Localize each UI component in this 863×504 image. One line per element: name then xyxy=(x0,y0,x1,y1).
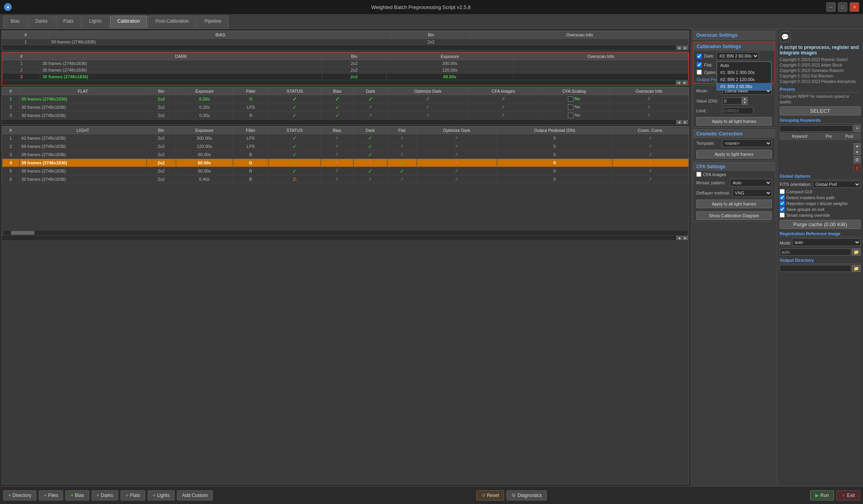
table-row[interactable]: 3 30 frames (2748x1836) 2x2 60.00s xyxy=(3,74,688,80)
bias-button[interactable]: + Bias xyxy=(65,490,89,500)
flat-cfa-img: ✗ xyxy=(468,95,539,103)
tab-flats[interactable]: Flats xyxy=(56,16,81,29)
table-row[interactable]: 2 30 frames (2748x1836) 2x2 120.00s xyxy=(3,67,688,74)
limit-label: Limit: xyxy=(696,108,720,113)
dropdown-option-auto[interactable]: Auto xyxy=(717,62,771,69)
detect-masters-label: Detect masters from path xyxy=(786,195,835,200)
reg-ref-browse-btn[interactable]: 📁 xyxy=(852,248,861,256)
reg-mode-select[interactable]: auto xyxy=(792,238,861,246)
reg-ref-input[interactable] xyxy=(780,248,851,256)
output-dir-input[interactable] xyxy=(780,265,851,272)
output-pedestal-label[interactable]: Output Pe... xyxy=(697,77,720,82)
keyword-input-row: + xyxy=(780,125,861,132)
table-row[interactable]: 1 30 frames (2748x1836) 2x2 300.00s xyxy=(3,60,688,67)
apply-all-light-frames-btn[interactable]: Apply to all light frames xyxy=(696,117,772,126)
fits-select[interactable]: Global Pref xyxy=(813,181,861,188)
darks-button[interactable]: + Darks xyxy=(92,490,118,500)
rejection-maps-checkbox[interactable] xyxy=(780,201,785,206)
detect-masters-checkbox[interactable] xyxy=(780,195,785,200)
compact-gui-checkbox[interactable] xyxy=(780,189,785,194)
table-row[interactable]: 1 90 frames (2748x1836) 2x2 xyxy=(2,39,689,45)
value-spin-down[interactable]: ▼ xyxy=(742,101,748,105)
table-row[interactable]: 2 30 frames (2748x1836) 2x2 0.20s LPS ✓ … xyxy=(2,103,689,112)
table-row[interactable]: 4 39 frames (2748x1836) 2x2 60.00s G ✓ ✗… xyxy=(2,159,689,167)
dropdown-option-1[interactable]: #1: BIN 2 300.00s xyxy=(717,69,771,76)
tab-post-calibration[interactable]: Post-Calibration xyxy=(148,16,196,29)
dropdown-option-2[interactable]: #2: BIN 2 120.00s xyxy=(717,76,771,83)
table-row[interactable]: 3 30 frames (2748x1836) 2x2 0.30s R ✓ ✓ … xyxy=(2,112,689,120)
tab-bias[interactable]: Bias xyxy=(3,16,27,29)
table-row[interactable]: 5 38 frames (2748x1836) 2x2 60.00s R ✓ ✗… xyxy=(2,167,689,175)
purge-cache-btn[interactable]: Purge cache (0.00 KiB) xyxy=(780,220,861,229)
kw-up-btn[interactable]: ▲ xyxy=(854,143,861,149)
close-button[interactable]: ✕ xyxy=(850,2,859,12)
kw-trash-btn[interactable]: 🗑 xyxy=(854,164,861,171)
show-cal-diagram-btn[interactable]: Show Calibration Diagram xyxy=(696,211,772,220)
maximize-button[interactable]: □ xyxy=(838,2,847,12)
bias-col-name: BIAS xyxy=(49,31,392,39)
kw-gear-btn[interactable]: ⚙ xyxy=(854,156,861,163)
flats-scroll-right[interactable]: ▶ xyxy=(683,120,688,124)
flats-scroll-left[interactable]: ◀ xyxy=(676,120,682,124)
bias-scroll-right[interactable]: ▶ xyxy=(683,46,688,50)
flats-button[interactable]: + Flats xyxy=(121,490,145,500)
cosmetic-apply-btn[interactable]: Apply to light frames xyxy=(696,150,772,158)
presets-select-btn[interactable]: SELECT xyxy=(780,106,861,115)
lights-scrollbar[interactable] xyxy=(3,230,688,236)
minimize-button[interactable]: ─ xyxy=(826,2,836,12)
flat-checkbox[interactable] xyxy=(697,62,702,67)
flat-bias: ✓ xyxy=(321,103,354,112)
bias-scrollbar: ◀ ▶ xyxy=(2,45,689,50)
add-custom-button[interactable]: Add Custom xyxy=(177,490,213,500)
files-button[interactable]: + Files xyxy=(39,490,63,500)
value-spin-up[interactable]: ▲ xyxy=(742,97,748,101)
flats-label: Flats xyxy=(130,493,140,498)
table-row[interactable]: 2 88 frames (2748x1836) 2x2 120.00s LPS … xyxy=(2,142,689,151)
tab-darks[interactable]: Darks xyxy=(28,16,55,29)
dark-checkbox[interactable] xyxy=(697,54,702,59)
darks-scroll-right[interactable]: ▶ xyxy=(682,81,688,85)
table-row[interactable]: 1 42 frames (2748x1836) 2x2 300.00s LPS … xyxy=(2,134,689,142)
run-label: Run xyxy=(820,493,829,498)
run-button[interactable]: ▶ Run xyxy=(810,490,834,500)
template-select[interactable]: <none> xyxy=(722,139,772,147)
dark-dropdown[interactable]: Auto #3: BIN 2 60.00s xyxy=(717,52,759,60)
keyword-input[interactable] xyxy=(780,125,852,132)
lights-scroll-right[interactable]: ▶ xyxy=(683,236,688,240)
cfa-images-checkbox[interactable] xyxy=(696,172,701,177)
optimize-checkbox[interactable] xyxy=(697,70,702,75)
table-row[interactable]: 1 30 frames (2748x1836) 2x2 0.20s G ✓ ✓ … xyxy=(2,95,689,103)
diagnostics-button[interactable]: ⚙ Diagnostics xyxy=(506,490,547,500)
debayer-select[interactable]: VNG xyxy=(732,189,772,197)
cfa-apply-btn[interactable]: Apply to all light frames xyxy=(696,200,772,208)
bias-scroll-left[interactable]: ◀ xyxy=(676,46,682,50)
value-input[interactable] xyxy=(722,97,742,104)
tab-pipeline[interactable]: Pipeline xyxy=(197,16,229,29)
mosaic-select[interactable]: Auto xyxy=(730,179,772,187)
smart-naming-checkbox[interactable] xyxy=(780,212,785,218)
light-bin: 2x2 xyxy=(146,142,176,151)
tab-lights[interactable]: Lights xyxy=(82,16,109,29)
table-row[interactable]: 3 39 frames (2748x1836) 2x2 60.00s B ✓ ✗… xyxy=(2,151,689,159)
rejection-maps-row: Rejection maps / drizzle weights xyxy=(780,201,861,206)
exit-button[interactable]: ✕ Exit xyxy=(836,490,860,500)
keyword-add-btn[interactable]: + xyxy=(854,125,861,132)
chat-icon[interactable]: 💬 xyxy=(780,31,791,42)
reset-button[interactable]: ↺ Reset xyxy=(476,490,504,500)
table-row[interactable]: 6 30 frames (2748x1836) 2x2 0.40s B ⚠ ✗ … xyxy=(2,175,689,183)
darks-scroll-left[interactable]: ◀ xyxy=(676,81,681,85)
save-groups-checkbox[interactable] xyxy=(780,207,785,212)
directory-button[interactable]: + Directory xyxy=(3,490,36,500)
light-col-exposure: Exposure xyxy=(176,127,233,134)
lights-button[interactable]: + Lights xyxy=(148,490,175,500)
lights-scroll-left[interactable]: ◀ xyxy=(676,236,682,240)
tab-calibration[interactable]: Calibration xyxy=(110,16,147,29)
light-status: ✓ xyxy=(268,151,321,159)
kw-col-post: Post xyxy=(838,133,861,140)
dropdown-option-3[interactable]: #3: BIN 2 60.00s xyxy=(717,83,771,90)
kw-down-btn[interactable]: ▼ xyxy=(854,149,861,155)
bias-row-overscan xyxy=(470,39,688,45)
output-dir-browse-btn[interactable]: 📁 xyxy=(852,265,861,272)
flats-plus-icon: + xyxy=(126,493,128,498)
flat-cfa-img: ✗ xyxy=(468,112,539,120)
